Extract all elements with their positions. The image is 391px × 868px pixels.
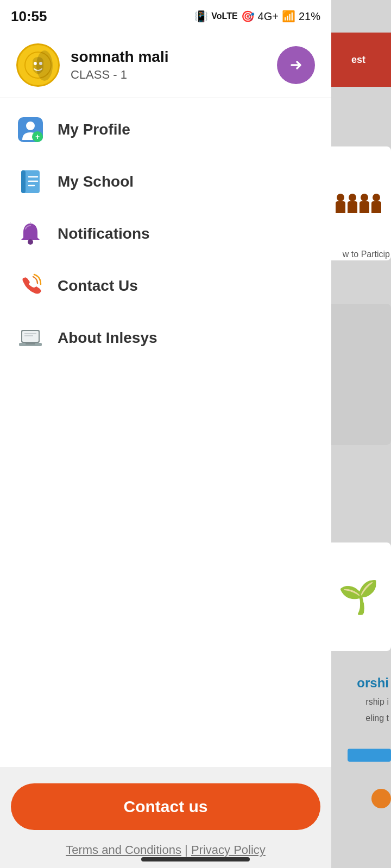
separator: |	[185, 843, 188, 857]
svg-text:+: +	[35, 132, 40, 141]
footer-links: Terms and Conditions | Privacy Policy	[11, 843, 320, 857]
network-icon: 4G+	[258, 10, 279, 23]
vibrate-icon: 📳	[194, 10, 208, 23]
school-icon-svg	[17, 168, 44, 195]
about-inlesys-label: About Inlesys	[58, 329, 157, 347]
profile-info: somnath mali CLASS - 1	[71, 48, 168, 82]
notifications-icon	[16, 220, 45, 248]
contact-us-button[interactable]: Contact us	[11, 783, 320, 830]
svg-point-1	[34, 62, 37, 65]
svg-point-4	[26, 122, 35, 130]
contact-us-icon	[16, 272, 45, 300]
about-icon-svg	[17, 324, 44, 352]
svg-point-2	[39, 62, 42, 65]
signal-icon: 📶	[282, 10, 295, 23]
sidebar-item-my-school[interactable]: My School	[0, 156, 331, 208]
bg-card-red: est	[326, 33, 391, 87]
bg-rship-text: rship i	[365, 697, 389, 707]
privacy-link[interactable]: Privacy Policy	[191, 843, 266, 857]
svg-rect-18	[26, 343, 35, 344]
svg-rect-14	[22, 331, 39, 342]
svg-point-0	[25, 52, 51, 78]
battery-icon: 21%	[299, 10, 320, 23]
drawer-footer: Contact us Terms and Conditions | Privac…	[0, 767, 331, 868]
my-school-label: My School	[58, 173, 134, 190]
bg-card-gray	[326, 304, 391, 445]
avatar-icon	[24, 52, 52, 79]
location-icon: 🎯	[241, 10, 255, 23]
terms-link[interactable]: Terms and Conditions	[66, 843, 181, 857]
drawer-panel: 10:55 📳 VoLTE 🎯 4G+ 📶 21%	[0, 0, 331, 868]
my-school-icon	[16, 168, 45, 196]
bg-card-people	[326, 146, 391, 260]
my-profile-label: My Profile	[58, 121, 130, 138]
my-profile-icon: +	[16, 116, 45, 144]
avatar	[16, 43, 60, 87]
profile-name: somnath mali	[71, 48, 168, 66]
bg-orshi-text: orshi	[357, 675, 389, 691]
bg-participate-text: w to Particip	[343, 250, 390, 259]
bg-orange-dot	[371, 789, 391, 808]
profile-left: somnath mali CLASS - 1	[16, 43, 168, 87]
profile-arrow-button[interactable]	[277, 46, 315, 84]
sidebar-item-notifications[interactable]: Notifications	[0, 208, 331, 260]
contact-us-label: Contact Us	[58, 277, 138, 295]
profile-icon-svg: +	[17, 116, 44, 143]
about-inlesys-icon	[16, 324, 45, 352]
sidebar-item-my-profile[interactable]: + My Profile	[0, 104, 331, 156]
svg-point-12	[28, 239, 33, 245]
volte-icon: VoLTE	[211, 11, 237, 21]
menu-list: + My Profile	[0, 98, 331, 767]
bg-eling-text: eling t	[365, 713, 389, 723]
contact-icon-svg	[17, 272, 44, 299]
bg-card-plant: 🌱	[326, 542, 391, 651]
status-time: 10:55	[11, 8, 47, 25]
sidebar-item-about-inlesys[interactable]: About Inlesys	[0, 312, 331, 364]
profile-section: somnath mali CLASS - 1	[0, 33, 331, 98]
notification-icon-svg	[17, 220, 44, 247]
arrow-right-icon	[286, 55, 306, 75]
people-icon	[336, 194, 381, 213]
svg-rect-8	[21, 170, 26, 193]
status-icons: 📳 VoLTE 🎯 4G+ 📶 21%	[194, 10, 320, 23]
bg-blue-bar	[348, 749, 391, 762]
sidebar-item-contact-us[interactable]: Contact Us	[0, 260, 331, 312]
notifications-label: Notifications	[58, 225, 150, 242]
home-bar	[141, 857, 250, 861]
profile-class: CLASS - 1	[71, 68, 168, 82]
status-bar: 10:55 📳 VoLTE 🎯 4G+ 📶 21%	[0, 0, 331, 33]
